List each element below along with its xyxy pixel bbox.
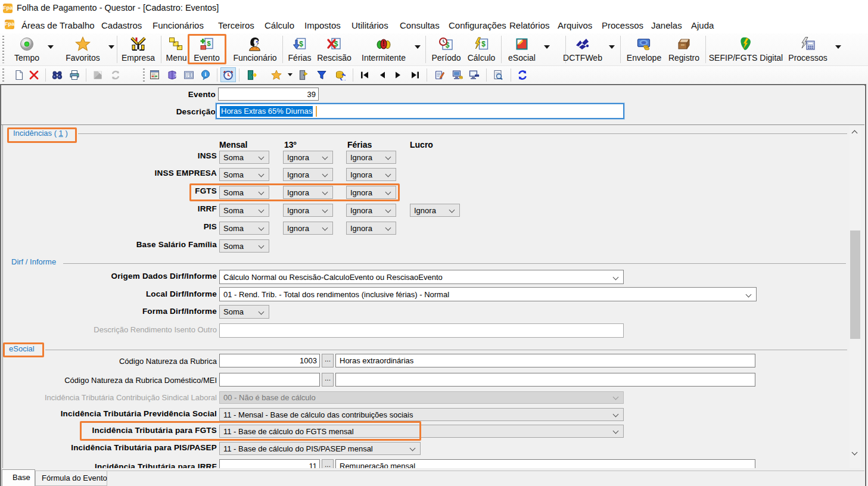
svg-text:$: $ — [481, 40, 486, 48]
svg-text:$: $ — [299, 40, 303, 48]
svg-text:i: i — [205, 71, 207, 77]
svg-text:?: ? — [174, 73, 177, 78]
